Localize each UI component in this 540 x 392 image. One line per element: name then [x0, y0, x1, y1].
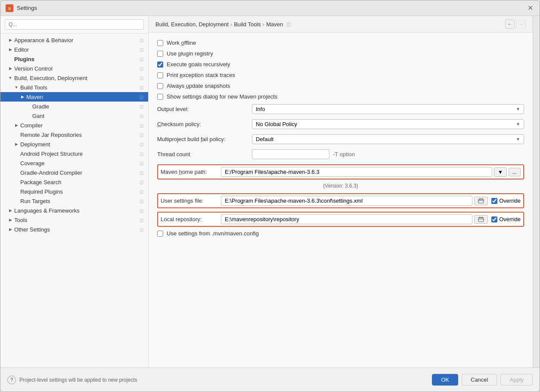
nav-forward-button[interactable]: →: [516, 19, 526, 29]
sidebar-item-label: Gant: [32, 113, 138, 119]
multiproject-policy-value: Default: [256, 136, 273, 142]
close-button[interactable]: ✕: [526, 4, 534, 12]
maven-home-input[interactable]: [221, 167, 492, 177]
svg-rect-5: [478, 218, 484, 222]
breadcrumb-part-1: Build, Execution, Deployment: [155, 21, 229, 28]
svg-text:S: S: [8, 6, 11, 11]
sidebar-item-label: Android Project Structure: [20, 151, 138, 157]
expand-icon: ▶: [13, 141, 19, 147]
cancel-button[interactable]: Cancel: [462, 374, 497, 386]
sidebar-item-package-search[interactable]: ▶ Package Search ◫: [0, 177, 148, 187]
sidebar-item-run-targets[interactable]: ▶ Run Targets ◫: [0, 196, 148, 206]
user-settings-input[interactable]: [221, 196, 472, 206]
pin-icon: ◫: [138, 141, 145, 148]
expand-icon: ▶: [13, 122, 19, 128]
sidebar-item-label: Languages & Frameworks: [14, 207, 138, 214]
footer: ? Project-level settings will be applied…: [0, 367, 540, 392]
sidebar-item-android-project[interactable]: ▶ Android Project Structure ◫: [0, 149, 148, 158]
print-exception-checkbox[interactable]: [157, 72, 163, 78]
show-settings-dialog-checkbox[interactable]: [157, 94, 163, 100]
work-offline-checkbox[interactable]: [157, 40, 163, 46]
apply-button[interactable]: Apply: [500, 374, 533, 386]
sidebar-item-compiler[interactable]: ▶ Compiler ◫: [0, 120, 148, 130]
sidebar-item-maven[interactable]: ▶ Maven ◫: [0, 92, 148, 102]
breadcrumb-part-2: Build Tools: [234, 21, 261, 28]
sidebar-item-languages[interactable]: ▶ Languages & Frameworks ◫: [0, 206, 148, 215]
sidebar-item-coverage[interactable]: ▶ Coverage ◫: [0, 158, 148, 168]
show-settings-dialog-row: Show settings dialog for new Maven proje…: [157, 93, 524, 100]
show-settings-dialog-label: Show settings dialog for new Maven proje…: [167, 93, 277, 100]
sidebar-item-required-plugins[interactable]: ▶ Required Plugins ◫: [0, 187, 148, 196]
use-mvn-config-row: Use settings from .mvn/maven.config: [157, 230, 524, 237]
pin-icon: ◫: [138, 65, 145, 72]
thread-count-input[interactable]: [252, 149, 329, 159]
footer-left: ? Project-level settings will be applied…: [7, 376, 137, 384]
output-level-label: Output level:: [157, 106, 252, 112]
settings-content: Work offline Use plugin registry Execute…: [149, 33, 533, 367]
execute-goals-row: Execute goals recursively: [157, 61, 524, 68]
use-mvn-config-checkbox[interactable]: [157, 231, 163, 237]
local-repository-label: Local repository:: [161, 216, 221, 222]
svg-rect-2: [478, 199, 484, 203]
nav-back-button[interactable]: ←: [505, 19, 515, 29]
main-content: ▶ Appearance & Behavior ◫ ▶ Editor ◫ ▶ P…: [0, 16, 540, 367]
nav-buttons: ← →: [505, 19, 526, 29]
sidebar: ▶ Appearance & Behavior ◫ ▶ Editor ◫ ▶ P…: [0, 16, 149, 367]
sidebar-item-appearance[interactable]: ▶ Appearance & Behavior ◫: [0, 35, 148, 45]
local-repository-input[interactable]: [221, 214, 472, 224]
footer-right: OK Cancel Apply: [432, 374, 533, 386]
multiproject-policy-control: Default ▼: [252, 134, 524, 144]
dropdown-arrow-icon: ▼: [516, 137, 520, 142]
sidebar-item-remote-jar[interactable]: ▶ Remote Jar Repositories ◫: [0, 130, 148, 139]
pin-icon: ◫: [138, 122, 145, 129]
pin-icon: ◫: [138, 188, 145, 195]
sidebar-item-label: Build, Execution, Deployment: [14, 75, 138, 81]
sidebar-item-other-settings[interactable]: ▶ Other Settings ◫: [0, 225, 148, 234]
multiproject-policy-dropdown[interactable]: Default ▼: [252, 134, 524, 144]
user-settings-row: User settings file: Override: [157, 193, 524, 208]
local-repository-inner: Override: [221, 214, 521, 224]
dropdown-arrow-icon: ▼: [516, 107, 520, 111]
sidebar-item-plugins[interactable]: ▶ Plugins ◫: [0, 54, 148, 64]
use-plugin-registry-row: Use plugin registry: [157, 50, 524, 57]
pin-icon: ◫: [138, 207, 145, 214]
local-repository-row: Local repository: Override: [157, 212, 524, 227]
search-box: [0, 16, 148, 34]
maven-home-browse-btn[interactable]: ...: [509, 168, 521, 176]
breadcrumb-bar: Build, Execution, Deployment › Build Too…: [149, 16, 533, 33]
sidebar-item-deployment[interactable]: ▶ Deployment ◫: [0, 139, 148, 149]
maven-home-dropdown-btn[interactable]: ▼: [494, 167, 507, 177]
thread-count-control: -T option: [252, 149, 355, 159]
sidebar-item-gradle[interactable]: ▶ Gradle ◫: [0, 102, 148, 111]
output-level-row: Output level: Info ▼: [157, 104, 524, 114]
search-input[interactable]: [5, 19, 144, 30]
pin-icon: ◫: [138, 93, 145, 100]
output-level-dropdown[interactable]: Info ▼: [252, 104, 524, 114]
sidebar-item-build-execution[interactable]: ▼ Build, Execution, Deployment ◫: [0, 73, 148, 83]
local-repo-override-checkbox[interactable]: [491, 216, 497, 222]
help-button[interactable]: ?: [7, 376, 16, 384]
sidebar-item-gradle-android[interactable]: ▶ Gradle-Android Compiler ◫: [0, 168, 148, 177]
sidebar-item-editor[interactable]: ▶ Editor ◫: [0, 45, 148, 54]
print-exception-label: Print exception stack traces: [167, 72, 235, 78]
expand-icon: ▶: [7, 207, 13, 213]
sidebar-item-label: Tools: [14, 217, 138, 223]
execute-goals-checkbox[interactable]: [157, 62, 163, 68]
checksum-policy-row: Checksum policy: No Global Policy ▼: [157, 119, 524, 129]
sidebar-item-gant[interactable]: ▶ Gant ◫: [0, 111, 148, 120]
pin-icon: ◫: [138, 74, 145, 81]
checksum-policy-dropdown[interactable]: No Global Policy ▼: [252, 119, 524, 129]
local-repo-browse-btn[interactable]: [474, 215, 488, 224]
use-plugin-registry-checkbox[interactable]: [157, 51, 163, 57]
pin-icon: ◫: [138, 131, 145, 138]
ok-button[interactable]: OK: [432, 374, 458, 386]
sidebar-item-build-tools[interactable]: ▼ Build Tools ◫: [0, 83, 148, 92]
title-bar-left: S Settings: [6, 4, 37, 12]
sidebar-item-version-control[interactable]: ▶ Version Control ◫: [0, 64, 148, 73]
svg-rect-4: [481, 198, 483, 200]
user-settings-browse-btn[interactable]: [474, 197, 488, 205]
always-update-checkbox[interactable]: [157, 83, 163, 89]
user-settings-override-checkbox[interactable]: [491, 198, 497, 204]
settings-dialog: S Settings ✕ ▶ Appearance & Behavior ◫ ▶: [0, 0, 540, 392]
sidebar-item-tools[interactable]: ▶ Tools ◫: [0, 215, 148, 225]
